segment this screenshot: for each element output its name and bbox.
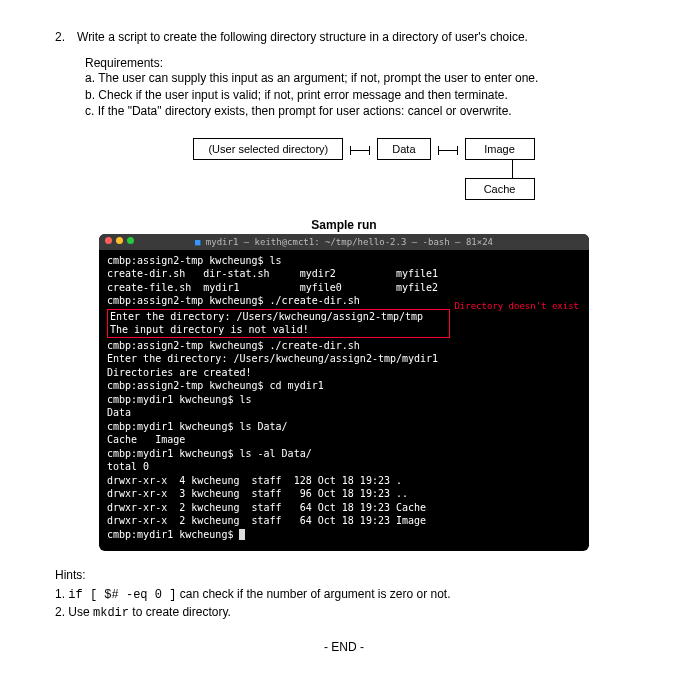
code-snippet: mkdir <box>93 606 129 620</box>
requirements-heading: Requirements: <box>85 56 633 70</box>
terminal-line: cmbp:assign2-tmp kwcheung$ ./create-dir.… <box>107 294 450 308</box>
error-annotation: Directory doesn't exist <box>450 294 581 312</box>
terminal-body: cmbp:assign2-tmp kwcheung$ ls create-dir… <box>99 250 589 552</box>
terminal-window: ■ mydir1 — keith@cmct1: ~/tmp/hello-2.3 … <box>99 234 589 552</box>
hints-section: Hints: 1. if [ $# -eq 0 ] can check if t… <box>55 567 633 621</box>
question-number: 2. <box>55 30 65 44</box>
terminal-titlebar: ■ mydir1 — keith@cmct1: ~/tmp/hello-2.3 … <box>99 234 589 250</box>
requirement-item: c. If the "Data" directory exists, then … <box>85 104 633 120</box>
hints-heading: Hints: <box>55 567 633 584</box>
terminal-line: Data <box>107 406 581 420</box>
terminal-line: Cache Image <box>107 433 581 447</box>
terminal-line: drwxr-xr-x 3 kwcheung staff 96 Oct 18 19… <box>107 487 581 501</box>
minimize-icon <box>116 237 123 244</box>
terminal-line: cmbp:assign2-tmp kwcheung$ cd mydir1 <box>107 379 581 393</box>
connector <box>351 150 369 162</box>
connector <box>439 150 457 162</box>
terminal-line: cmbp:mydir1 kwcheung$ <box>107 528 581 542</box>
terminal-line: create-file.sh mydir1 myfile0 myfile2 <box>107 281 581 295</box>
terminal-line: Enter the directory: /Users/kwcheung/ass… <box>107 352 581 366</box>
terminal-title-text: mydir1 — keith@cmct1: ~/tmp/hello-2.3 — … <box>206 237 493 247</box>
directory-diagram: (User selected directory) Data Image Cac… <box>55 138 633 200</box>
terminal-line: cmbp:assign2-tmp kwcheung$ ./create-dir.… <box>107 339 581 353</box>
terminal-line: Directories are created! <box>107 366 581 380</box>
terminal-line: drwxr-xr-x 2 kwcheung staff 64 Oct 18 19… <box>107 514 581 528</box>
terminal-line: drwxr-xr-x 2 kwcheung staff 64 Oct 18 19… <box>107 501 581 515</box>
diagram-cache-box: Cache <box>465 178 535 200</box>
terminal-line: cmbp:assign2-tmp kwcheung$ ls <box>107 254 581 268</box>
sample-run-heading: Sample run <box>55 218 633 232</box>
requirement-item: b. Check if the user input is valid; if … <box>85 88 633 104</box>
maximize-icon <box>127 237 134 244</box>
end-marker: - END - <box>55 640 633 654</box>
close-icon <box>105 237 112 244</box>
terminal-line: total 0 <box>107 460 581 474</box>
diagram-data-box: Data <box>377 138 430 160</box>
code-snippet: if [ $# -eq 0 ] <box>68 588 176 602</box>
question-prompt: Write a script to create the following d… <box>77 30 633 44</box>
terminal-line: cmbp:mydir1 kwcheung$ ls Data/ <box>107 420 581 434</box>
terminal-line: Enter the directory: /Users/kwcheung/ass… <box>110 310 447 324</box>
terminal-line: drwxr-xr-x 4 kwcheung staff 128 Oct 18 1… <box>107 474 581 488</box>
terminal-line: The input directory is not valid! <box>110 323 447 337</box>
connector <box>512 160 526 178</box>
folder-icon: ■ <box>195 237 200 247</box>
error-highlight-box: Enter the directory: /Users/kwcheung/ass… <box>107 309 450 338</box>
terminal-line: create-dir.sh dir-stat.sh mydir2 myfile1 <box>107 267 581 281</box>
diagram-image-box: Image <box>465 138 535 160</box>
cursor-icon <box>239 529 245 540</box>
terminal-line: cmbp:mydir1 kwcheung$ ls <box>107 393 581 407</box>
requirements-list: a. The user can supply this input as an … <box>85 71 633 120</box>
diagram-root-box: (User selected directory) <box>193 138 343 160</box>
requirement-item: a. The user can supply this input as an … <box>85 71 633 87</box>
terminal-line: cmbp:mydir1 kwcheung$ ls -al Data/ <box>107 447 581 461</box>
hint-item: 1. if [ $# -eq 0 ] can check if the numb… <box>55 586 633 604</box>
hint-item: 2. Use mkdir to create directory. <box>55 604 633 622</box>
